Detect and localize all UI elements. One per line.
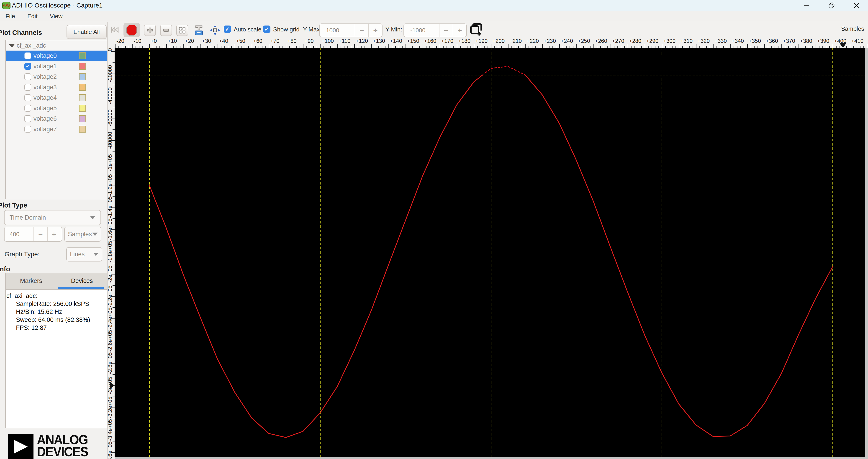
- vertical-scrollbar[interactable]: [865, 48, 868, 459]
- channel-color-swatch[interactable]: [79, 73, 86, 80]
- x-tick: [723, 46, 724, 48]
- x-tick-label: +350: [749, 38, 761, 44]
- record-button[interactable]: [123, 23, 140, 37]
- plot-canvas[interactable]: [115, 48, 868, 459]
- y-tick-label: -80000: [107, 132, 113, 149]
- channel-color-swatch[interactable]: [79, 63, 86, 70]
- menu-view[interactable]: View: [48, 12, 65, 21]
- channel-row-voltage1[interactable]: ✓voltage1: [6, 61, 106, 71]
- x-tick: [399, 46, 399, 48]
- sample-count-increment-button[interactable]: +: [47, 227, 60, 241]
- x-tick: [665, 46, 666, 48]
- x-tick-label: +380: [800, 38, 812, 44]
- channel-row-voltage2[interactable]: voltage2: [6, 71, 106, 82]
- x-tick: [764, 44, 765, 48]
- enable-all-button[interactable]: Enable All: [66, 25, 106, 39]
- channel-row-voltage4[interactable]: voltage4: [6, 92, 106, 103]
- sample-unit-dropdown[interactable]: Samples: [64, 227, 101, 242]
- move-pan-button[interactable]: [209, 24, 221, 37]
- auto-scale-checkbox[interactable]: ✓: [224, 26, 231, 33]
- y-axis-ruler[interactable]: +0-20000-40000-60000-80000-1e+05-1.2e+05…: [108, 38, 115, 459]
- channel-tree: cf_axi_adc voltage0✓voltage1voltage2volt…: [5, 40, 107, 199]
- x-tick: [669, 46, 669, 48]
- y-max-input[interactable]: 1000: [320, 27, 355, 34]
- y-tick: [113, 62, 115, 63]
- y-min-decrement-button[interactable]: −: [439, 24, 453, 37]
- channel-row-voltage0[interactable]: voltage0: [6, 51, 106, 61]
- x-tick: [662, 44, 662, 48]
- device-tree-row[interactable]: cf_axi_adc: [6, 40, 106, 51]
- capture-seek-icon[interactable]: [111, 25, 121, 34]
- sample-count-decrement-button[interactable]: −: [33, 227, 47, 241]
- x-tick: [686, 46, 686, 48]
- zoom-out-button[interactable]: [160, 25, 172, 36]
- channel-checkbox-voltage0[interactable]: [24, 52, 31, 59]
- channel-checkbox-voltage4[interactable]: [24, 94, 31, 101]
- x-axis-ruler[interactable]: -20-10+0+10+20+30+40+50+60+70+80+90+100+…: [115, 38, 868, 48]
- x-tick-label: +180: [458, 38, 470, 44]
- minimize-button[interactable]: [795, 0, 818, 11]
- x-tick: [768, 46, 768, 48]
- y-max-increment-button[interactable]: +: [368, 24, 382, 37]
- close-button[interactable]: [845, 0, 868, 11]
- channel-row-voltage3[interactable]: voltage3: [6, 82, 106, 92]
- y-max-decrement-button[interactable]: −: [355, 24, 368, 37]
- x-tick: [173, 46, 174, 48]
- zoom-in-button[interactable]: [144, 25, 156, 36]
- channel-checkbox-voltage5[interactable]: [24, 105, 31, 112]
- channel-row-voltage5[interactable]: voltage5: [6, 103, 106, 114]
- tab-devices[interactable]: Devices: [57, 277, 107, 284]
- sample-count-input[interactable]: 400: [5, 231, 33, 238]
- channel-color-swatch[interactable]: [79, 52, 86, 59]
- x-tick: [761, 46, 762, 48]
- x-tick: [747, 44, 748, 48]
- x-tick: [166, 44, 167, 48]
- menu-file[interactable]: File: [3, 12, 17, 21]
- device-name: cf_axi_adc: [17, 42, 46, 49]
- channel-row-voltage7[interactable]: voltage7: [6, 124, 106, 134]
- channel-color-swatch[interactable]: [79, 105, 86, 112]
- save-capture-button[interactable]: [192, 24, 205, 37]
- channel-row-voltage6[interactable]: voltage6: [6, 114, 106, 124]
- x-tick: [494, 46, 495, 48]
- channel-color-swatch[interactable]: [79, 115, 86, 122]
- channel-checkbox-voltage1[interactable]: ✓: [24, 63, 31, 70]
- y-tick: [113, 151, 115, 152]
- channel-color-swatch[interactable]: [79, 126, 86, 132]
- x-tick: [177, 46, 177, 48]
- channel-color-swatch[interactable]: [79, 94, 86, 101]
- channel-checkbox-voltage2[interactable]: [24, 73, 31, 80]
- horizontal-scrollbar[interactable]: [115, 457, 868, 459]
- show-grid-checkbox[interactable]: ✓: [263, 26, 271, 33]
- channel-checkbox-voltage7[interactable]: [24, 126, 31, 132]
- x-tick-label: +60: [253, 38, 262, 44]
- info-label: Info: [0, 265, 10, 273]
- y-min-input[interactable]: -1000: [404, 27, 439, 34]
- zoom-fit-button[interactable]: [176, 25, 188, 36]
- y-axis-marker-icon[interactable]: [110, 382, 115, 389]
- channel-label: voltage3: [33, 84, 57, 91]
- x-tick: [183, 44, 184, 48]
- tab-markers[interactable]: Markers: [6, 277, 57, 284]
- graph-type-dropdown[interactable]: Lines: [66, 247, 102, 262]
- x-tick: [293, 46, 293, 48]
- channel-checkbox-voltage6[interactable]: [24, 115, 31, 122]
- plot-channels-label: Plot Channels: [0, 29, 42, 36]
- y-tick-label: -2.2e+05: [107, 285, 113, 307]
- menu-edit[interactable]: Edit: [25, 12, 40, 21]
- y-min-increment-button[interactable]: +: [453, 24, 466, 37]
- plot-type-dropdown[interactable]: Time Domain: [4, 210, 101, 225]
- x-tick: [125, 46, 126, 48]
- x-tick-label: +230: [544, 38, 556, 44]
- x-tick: [296, 46, 297, 48]
- new-plot-icon[interactable]: [470, 23, 483, 37]
- x-tick: [498, 46, 498, 48]
- y-tick-label: -1.2e+05: [107, 174, 113, 196]
- tree-expander-icon[interactable]: [9, 44, 15, 48]
- x-axis-marker-icon[interactable]: [839, 43, 846, 48]
- channel-color-swatch[interactable]: [79, 84, 86, 91]
- channel-checkbox-voltage3[interactable]: [24, 84, 31, 91]
- y-tick-label: -3.4e+05: [107, 419, 113, 441]
- x-tick: [823, 46, 823, 48]
- restore-button[interactable]: [820, 0, 843, 11]
